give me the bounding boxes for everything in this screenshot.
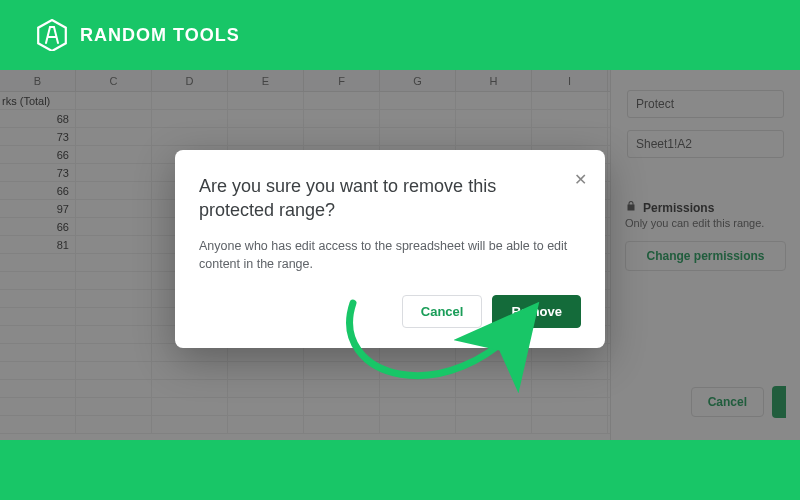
- modal-title: Are you sure you want to remove this pro…: [199, 174, 581, 223]
- svg-marker-0: [38, 20, 66, 51]
- brand-header: RANDOM TOOLS: [0, 0, 800, 70]
- remove-button[interactable]: Remove: [492, 295, 581, 328]
- brand-name: RANDOM TOOLS: [80, 25, 240, 46]
- modal-actions: Cancel Remove: [199, 295, 581, 328]
- brand-logo-icon: [36, 19, 68, 51]
- close-icon[interactable]: ✕: [574, 170, 587, 189]
- page-root: RANDOM TOOLS B C D E F G H I rks (Total)…: [0, 0, 800, 500]
- cancel-button[interactable]: Cancel: [402, 295, 483, 328]
- modal-body: Anyone who has edit access to the spread…: [199, 237, 581, 273]
- app-content: B C D E F G H I rks (Total) 68 73 66 73 …: [0, 70, 800, 440]
- remove-protection-modal: ✕ Are you sure you want to remove this p…: [175, 150, 605, 348]
